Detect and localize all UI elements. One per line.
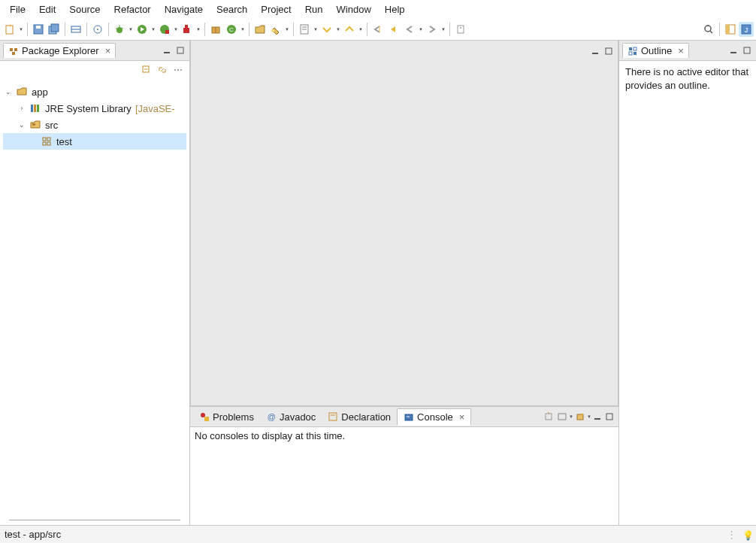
open-type-button[interactable] (253, 22, 268, 37)
svg-rect-2 (36, 26, 41, 29)
coverage-button[interactable] (157, 22, 172, 37)
tree-jre-label: JRE System Library (44, 102, 133, 115)
minimize-editor-button[interactable] (589, 45, 601, 57)
expand-toggle-icon[interactable]: ⌄ (17, 121, 27, 129)
menu-refactor[interactable]: Refactor (107, 2, 158, 17)
menu-project[interactable]: Project (254, 2, 298, 17)
maximize-editor-button[interactable] (603, 45, 615, 57)
close-icon[interactable]: × (105, 45, 111, 56)
menu-source[interactable]: Source (62, 2, 107, 17)
back-dropdown[interactable]: ▼ (418, 22, 424, 37)
editor-body[interactable] (191, 61, 618, 405)
svg-rect-66 (606, 414, 612, 420)
tab-problems[interactable]: Problems (193, 409, 260, 425)
collapse-all-button[interactable] (140, 63, 153, 77)
project-folder-icon (16, 86, 28, 98)
minimize-outline-button[interactable] (727, 44, 739, 56)
bottom-panel: Problems @ Javadoc Declaration Console × (190, 406, 618, 525)
tree-project-row[interactable]: ⌄ app (3, 83, 186, 100)
expand-toggle-icon[interactable]: ⌄ (3, 88, 14, 96)
open-console-button[interactable] (573, 410, 587, 423)
last-edit-button[interactable] (370, 22, 386, 37)
maximize-outline-button[interactable] (741, 44, 753, 56)
menu-file[interactable]: File (3, 2, 32, 17)
svg-rect-62 (546, 414, 552, 420)
new-class-dropdown[interactable]: ▼ (240, 22, 246, 37)
minimize-console-button[interactable] (591, 411, 603, 423)
display-console-button[interactable] (555, 410, 569, 423)
coverage-dropdown[interactable]: ▼ (173, 22, 179, 37)
svg-rect-46 (34, 105, 36, 112)
menu-run[interactable]: Run (298, 2, 330, 17)
link-editor-button[interactable] (156, 63, 169, 77)
toggle-markers-dropdown[interactable]: ▼ (313, 22, 319, 37)
package-explorer-tab[interactable]: Package Explorer × (3, 43, 116, 58)
toggle-breadcrumb-button[interactable] (68, 22, 83, 37)
save-button[interactable] (31, 22, 46, 37)
tree-package-row[interactable]: test (3, 133, 186, 150)
pin-editor-button[interactable] (453, 22, 468, 37)
new-package-button[interactable] (208, 22, 223, 37)
svg-rect-47 (37, 105, 39, 112)
debug-dropdown[interactable]: ▼ (128, 22, 134, 37)
svg-point-44 (180, 69, 182, 71)
svg-rect-51 (43, 142, 46, 145)
outline-header: Outline × (619, 41, 756, 61)
tab-declaration-label: Declaration (341, 411, 391, 423)
menu-help[interactable]: Help (378, 2, 412, 17)
menu-window[interactable]: Window (330, 2, 378, 17)
close-icon[interactable]: × (459, 411, 465, 423)
open-perspective-button[interactable] (723, 22, 738, 37)
svg-rect-49 (43, 138, 46, 141)
console-body: No consoles to display at this time. (190, 427, 618, 525)
search-button[interactable] (268, 22, 283, 37)
menu-navigate[interactable]: Navigate (158, 2, 210, 17)
run-dropdown[interactable]: ▼ (150, 22, 156, 37)
svg-point-42 (174, 69, 176, 71)
menu-edit[interactable]: Edit (32, 2, 62, 17)
menu-search[interactable]: Search (210, 2, 254, 17)
view-menu-button[interactable] (171, 63, 185, 77)
new-button[interactable] (2, 22, 17, 37)
debug-button[interactable] (112, 22, 127, 37)
search-dropdown[interactable]: ▼ (284, 22, 290, 37)
svg-point-43 (177, 69, 179, 71)
svg-rect-35 (10, 48, 13, 51)
external-tools-dropdown[interactable]: ▼ (195, 22, 201, 37)
close-icon[interactable]: × (678, 45, 684, 56)
tip-icon[interactable]: 💡 (742, 530, 751, 539)
minimize-view-button[interactable] (161, 44, 173, 56)
new-dropdown[interactable]: ▼ (18, 22, 24, 37)
next-annotation-button[interactable] (319, 22, 334, 37)
new-class-button[interactable]: C (224, 22, 239, 37)
tree-jre-suffix: [JavaSE- (135, 103, 175, 114)
prev-annotation-dropdown[interactable]: ▼ (358, 22, 364, 37)
search-icon[interactable] (701, 22, 716, 37)
forward-button[interactable] (425, 22, 440, 37)
tab-javadoc[interactable]: @ Javadoc (260, 409, 322, 425)
run-button[interactable] (135, 22, 150, 37)
expand-toggle-icon[interactable]: › (17, 105, 27, 112)
tree-package-label: test (55, 135, 74, 148)
maximize-view-button[interactable] (174, 44, 186, 56)
skip-breakpoints-button[interactable] (90, 22, 105, 37)
tree-src-row[interactable]: ⌄ src (3, 117, 186, 133)
back-button[interactable] (402, 22, 417, 37)
package-tree[interactable]: ⌄ app › JRE System Library [JavaSE- ⌄ sr… (0, 79, 189, 525)
save-all-button[interactable] (47, 22, 62, 37)
tree-jre-row[interactable]: › JRE System Library [JavaSE- (3, 100, 186, 117)
forward-dropdown[interactable]: ▼ (440, 22, 446, 37)
external-tools-button[interactable] (180, 22, 195, 37)
tree-project-label: app (30, 86, 50, 99)
outline-tab[interactable]: Outline × (622, 43, 689, 58)
pin-console-button[interactable] (542, 410, 555, 423)
prev-annotation-button[interactable] (342, 22, 357, 37)
back-history-button[interactable] (386, 22, 401, 37)
java-perspective-button[interactable]: J (739, 22, 754, 37)
toggle-markers-button[interactable] (297, 22, 312, 37)
tab-declaration[interactable]: Declaration (322, 409, 397, 425)
next-annotation-dropdown[interactable]: ▼ (335, 22, 341, 37)
tab-console[interactable]: Console × (397, 408, 471, 426)
toolbar-separator (86, 23, 87, 36)
maximize-console-button[interactable] (603, 411, 615, 423)
